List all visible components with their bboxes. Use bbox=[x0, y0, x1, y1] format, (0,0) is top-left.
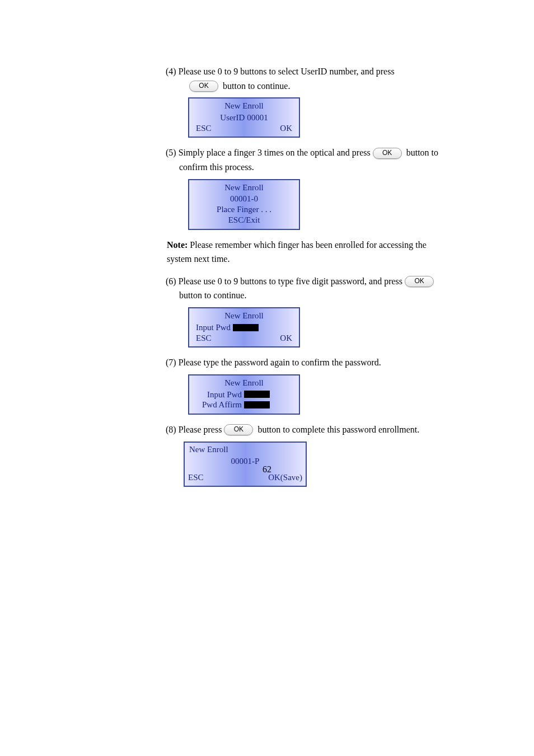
step-6: (6) Please use 0 to 9 buttons to type fi… bbox=[166, 274, 444, 303]
page-container: (4) Please use 0 to 9 buttons to select … bbox=[0, 0, 534, 756]
lcd5-sub: 00001-0 bbox=[193, 194, 296, 204]
lcd-screen-4: New Enroll UserID 00001 ESC OK bbox=[188, 97, 300, 138]
lcd6-ok: OK bbox=[280, 333, 292, 344]
step-6-text-before: (6) Please use 0 to 9 buttons to type fi… bbox=[166, 276, 405, 286]
step-4: (4) Please use 0 to 9 buttons to select … bbox=[166, 64, 444, 93]
lcd8-title: New Enroll bbox=[187, 444, 303, 456]
ok-button-icon: OK bbox=[373, 148, 402, 159]
step-8-after: button to complete this password enrollm… bbox=[257, 425, 419, 434]
lcd5-title: New Enroll bbox=[193, 182, 296, 193]
lcd7-input-label: Input Pwd bbox=[198, 389, 242, 400]
step-4-text-after: button to continue. bbox=[223, 81, 290, 91]
ok-button-icon: OK bbox=[405, 276, 434, 287]
step-5: (5) Simply place a finger 3 times on the… bbox=[166, 145, 444, 174]
ok-button-icon: OK bbox=[189, 81, 218, 92]
ok-button-icon: OK bbox=[224, 424, 253, 435]
lcd4-title: New Enroll bbox=[193, 101, 296, 111]
page-number: 62 bbox=[0, 464, 534, 475]
step-5-line2: confirm this process. bbox=[179, 162, 254, 172]
lcd6-title: New Enroll bbox=[193, 311, 296, 321]
step-7: (7) Please type the password again to co… bbox=[166, 355, 444, 370]
lcd-screen-7: New Enroll Input Pwd Pwd Affirm bbox=[188, 374, 300, 415]
step-5-text-after: button to bbox=[406, 148, 438, 157]
lcd6-input-label: Input Pwd bbox=[196, 322, 231, 333]
note: Note: Please remember which finger has b… bbox=[167, 238, 444, 266]
step-6-line2: button to continue. bbox=[179, 290, 246, 300]
password-mask-icon bbox=[244, 401, 270, 408]
step-4-text: (4) Please use 0 to 9 buttons to select … bbox=[166, 67, 395, 76]
lcd4-esc: ESC bbox=[196, 123, 212, 134]
lcd-screen-6: New Enroll Input Pwd ESC OK bbox=[188, 307, 300, 348]
lcd-screen-5: New Enroll 00001-0 Place Finger . . . ES… bbox=[188, 179, 300, 230]
note-text: Please remember which finger has been en… bbox=[167, 240, 427, 264]
password-mask-icon bbox=[233, 324, 259, 331]
step-8: (8) Please press OK button to complete t… bbox=[166, 422, 444, 437]
lcd5-place: Place Finger . . . bbox=[193, 204, 296, 215]
lcd4-ok: OK bbox=[280, 123, 292, 134]
password-mask-icon bbox=[244, 391, 270, 398]
lcd5-exit: ESC/Exit bbox=[193, 215, 296, 226]
step-5-text-before: (5) Simply place a finger 3 times on the… bbox=[166, 148, 373, 157]
lcd7-title: New Enroll bbox=[193, 378, 296, 388]
lcd4-userid: UserID 00001 bbox=[193, 112, 296, 123]
note-label: Note: bbox=[167, 240, 188, 250]
step-7-text: (7) Please type the password again to co… bbox=[166, 358, 381, 367]
lcd6-esc: ESC bbox=[196, 333, 212, 344]
lcd7-affirm-label: Pwd Affirm bbox=[198, 400, 242, 410]
step-8-before: (8) Please press bbox=[166, 425, 224, 434]
